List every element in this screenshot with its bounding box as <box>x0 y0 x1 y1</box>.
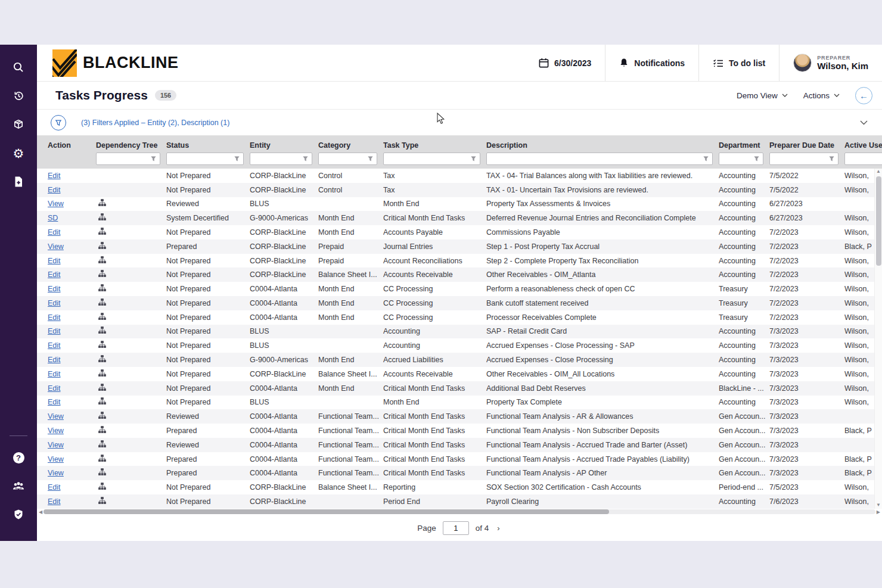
horizontal-scroll-thumb[interactable] <box>44 509 609 514</box>
dependency-tree-button[interactable] <box>96 412 106 419</box>
action-link-edit[interactable]: Edit <box>48 270 61 279</box>
action-link-edit[interactable]: Edit <box>48 172 61 180</box>
blackline-logo[interactable]: BLACKLINE <box>37 49 179 77</box>
dependency-tree-button[interactable] <box>96 440 106 448</box>
column-header-status[interactable]: Status <box>166 141 250 150</box>
dependency-tree-button[interactable] <box>96 341 106 349</box>
cell-entity: BLUS <box>250 398 318 406</box>
column-header-category[interactable]: Category <box>318 141 383 150</box>
filters-applied-text[interactable]: (3) Filters Applied – Entity (2), Descri… <box>81 119 229 127</box>
column-header-dependency-tree[interactable]: Dependency Tree <box>96 141 166 150</box>
column-header-action[interactable]: Action <box>48 141 96 150</box>
settings-gear-icon[interactable]: ⚙ <box>8 142 29 164</box>
collapse-back-button[interactable]: ← <box>855 87 872 104</box>
dependency-tree-button[interactable] <box>96 228 106 235</box>
dependency-tree-button[interactable] <box>96 298 106 306</box>
date-picker[interactable]: 6/30/2023 <box>525 45 605 81</box>
action-link-view[interactable]: View <box>48 412 64 421</box>
horizontal-scrollbar[interactable]: ◀ ▶ <box>37 509 882 515</box>
scroll-down-icon[interactable]: ▼ <box>876 502 881 508</box>
action-link-view[interactable]: View <box>48 427 64 435</box>
history-icon[interactable] <box>8 85 29 107</box>
action-link-edit[interactable]: Edit <box>48 398 61 406</box>
dependency-tree-button[interactable] <box>96 199 106 207</box>
dependency-tree-button[interactable] <box>96 369 106 377</box>
column-filter-department[interactable] <box>719 153 763 165</box>
next-page-button[interactable]: › <box>495 524 501 533</box>
dependency-tree-button[interactable] <box>96 326 106 334</box>
notifications-button[interactable]: Notifications <box>605 45 698 81</box>
search-icon[interactable] <box>8 57 29 78</box>
column-header-department[interactable]: Department <box>719 141 769 150</box>
action-link-edit[interactable]: Edit <box>48 299 61 307</box>
action-link-edit[interactable]: Edit <box>48 356 61 364</box>
cell-entity: G-9000-Americas <box>250 214 318 222</box>
dependency-tree-button[interactable] <box>96 355 106 363</box>
page-number-input[interactable] <box>443 521 469 535</box>
column-filter-status[interactable] <box>166 153 244 165</box>
column-header-entity[interactable]: Entity <box>250 141 318 150</box>
column-filter-active-user[interactable] <box>844 153 882 165</box>
users-icon[interactable] <box>8 475 29 497</box>
dependency-tree-button[interactable] <box>96 213 106 221</box>
action-link-edit[interactable]: Edit <box>48 313 61 322</box>
filter-icon-button[interactable] <box>51 115 66 130</box>
action-link-view[interactable]: View <box>48 441 64 449</box>
cell-task-type: Critical Month End Tasks <box>383 469 486 477</box>
column-filter-dependency-tree[interactable] <box>96 153 160 165</box>
action-link-edit[interactable]: Edit <box>48 228 61 237</box>
scroll-left-icon[interactable]: ◀ <box>39 509 44 515</box>
action-link-view[interactable]: View <box>48 455 64 463</box>
dependency-tree-button[interactable] <box>96 426 106 434</box>
dependency-tree-button[interactable] <box>96 468 106 476</box>
action-link-edit[interactable]: Edit <box>48 384 61 393</box>
dependency-tree-button[interactable] <box>96 397 106 405</box>
action-link-edit[interactable]: Edit <box>48 327 61 335</box>
dependency-tree-button[interactable] <box>96 384 106 391</box>
collapse-filters-chevron-icon[interactable] <box>860 120 868 125</box>
column-header-active-user[interactable]: Active User <box>844 141 882 150</box>
action-link-view[interactable]: View <box>48 242 64 251</box>
action-link-edit[interactable]: Edit <box>48 285 61 293</box>
cell-due-date: 7/2/2023 <box>769 242 844 251</box>
dependency-tree-button[interactable] <box>96 270 106 278</box>
scroll-up-icon[interactable]: ▲ <box>876 169 881 175</box>
action-link-edit[interactable]: Edit <box>48 370 61 378</box>
action-link-edit[interactable]: Edit <box>48 497 61 506</box>
column-filter-description[interactable] <box>486 153 713 165</box>
action-link-view[interactable]: View <box>48 469 64 477</box>
dependency-tree-button[interactable] <box>96 483 106 490</box>
dependency-tree-button[interactable] <box>96 455 106 462</box>
action-link-edit[interactable]: Edit <box>48 341 61 350</box>
dependency-tree-button[interactable] <box>96 256 106 264</box>
action-link-edit[interactable]: Edit <box>48 483 61 491</box>
horizontal-scroll-track[interactable] <box>44 509 875 514</box>
scroll-right-icon[interactable]: ▶ <box>875 509 880 515</box>
action-link-view[interactable]: View <box>48 200 64 208</box>
dependency-tree-button[interactable] <box>96 284 106 292</box>
dependency-tree-button[interactable] <box>96 242 106 250</box>
action-link-sd[interactable]: SD <box>48 214 58 222</box>
dependency-tree-button[interactable] <box>96 497 106 505</box>
user-menu[interactable]: PREPARER Wilson, Kim <box>779 45 882 81</box>
action-link-edit[interactable]: Edit <box>48 257 61 265</box>
view-selector[interactable]: Demo View <box>737 91 788 100</box>
column-filter-category[interactable] <box>318 153 377 165</box>
vertical-scrollbar[interactable]: ▲ ▼ <box>874 169 882 509</box>
column-filter-task-type[interactable] <box>383 153 480 165</box>
document-add-icon[interactable] <box>8 171 29 192</box>
help-icon[interactable]: ? <box>8 447 29 468</box>
dependency-tree-button[interactable] <box>96 313 106 321</box>
column-header-description[interactable]: Description <box>486 141 719 150</box>
action-link-edit[interactable]: Edit <box>48 186 61 194</box>
actions-menu[interactable]: Actions <box>803 91 840 100</box>
column-filter-entity[interactable] <box>250 153 312 165</box>
column-filter-preparer-due-date[interactable] <box>769 153 838 165</box>
column-header-preparer-due-date[interactable]: Preparer Due Date <box>769 141 844 150</box>
todo-list-button[interactable]: To do list <box>698 45 779 81</box>
vertical-scroll-thumb[interactable] <box>876 176 881 266</box>
security-shield-icon[interactable] <box>8 504 29 525</box>
packages-icon[interactable] <box>8 114 29 135</box>
column-header-task-type[interactable]: Task Type <box>383 141 486 150</box>
cell-entity: C0004-Atlanta <box>250 412 318 421</box>
